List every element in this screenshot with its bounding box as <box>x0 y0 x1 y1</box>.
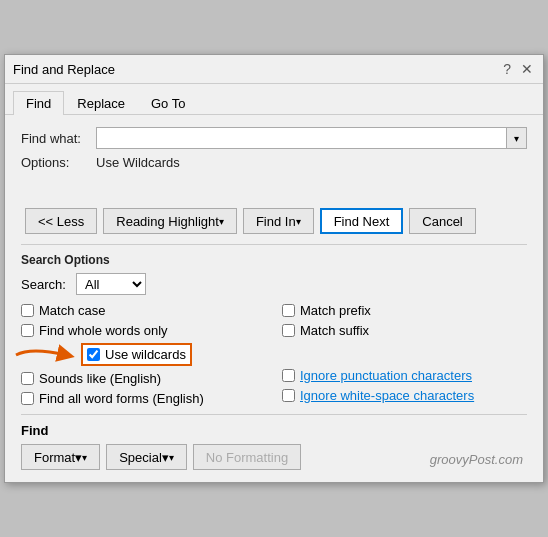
match-case-label: Match case <box>39 303 105 318</box>
dialog-title: Find and Replace <box>13 62 115 77</box>
match-case-item[interactable]: Match case <box>21 303 266 318</box>
cancel-button[interactable]: Cancel <box>409 208 475 234</box>
match-prefix-checkbox[interactable] <box>282 304 295 317</box>
tab-find[interactable]: Find <box>13 91 64 115</box>
ignore-punctuation-checkbox[interactable] <box>282 369 295 382</box>
checkboxes-container: Match case Find whole words only <box>21 303 527 406</box>
divider-1 <box>21 244 527 245</box>
match-prefix-item[interactable]: Match prefix <box>282 303 527 318</box>
tab-goto[interactable]: Go To <box>138 91 198 115</box>
use-wildcards-label: Use wildcards <box>105 347 186 362</box>
match-suffix-checkbox[interactable] <box>282 324 295 337</box>
match-prefix-label: Match prefix <box>300 303 371 318</box>
reading-highlight-button[interactable]: Reading Highlight <box>103 208 237 234</box>
close-button[interactable]: ✕ <box>519 61 535 77</box>
find-what-input-wrap: ▾ <box>96 127 527 149</box>
sounds-like-item[interactable]: Sounds like (English) <box>21 371 266 386</box>
find-what-dropdown[interactable]: ▾ <box>507 127 527 149</box>
find-in-button[interactable]: Find In <box>243 208 314 234</box>
match-case-checkbox[interactable] <box>21 304 34 317</box>
no-formatting-button[interactable]: No Formatting <box>193 444 301 470</box>
bottom-buttons: Format ▾ Special ▾ No Formatting <box>21 444 301 470</box>
find-all-word-forms-checkbox[interactable] <box>21 392 34 405</box>
bottom-section: Find Format ▾ Special ▾ No Formatting gr… <box>21 423 527 470</box>
tabs: Find Replace Go To <box>5 84 543 115</box>
search-label: Search: <box>21 277 76 292</box>
ignore-whitespace-item[interactable]: Ignore white-space characters <box>282 388 527 403</box>
find-whole-words-checkbox[interactable] <box>21 324 34 337</box>
find-what-row: Find what: ▾ <box>21 127 527 149</box>
ignore-punctuation-label: Ignore punctuation characters <box>300 368 472 383</box>
find-what-input[interactable] <box>96 127 507 149</box>
find-next-button[interactable]: Find Next <box>320 208 404 234</box>
ignore-whitespace-checkbox[interactable] <box>282 389 295 402</box>
checkboxes-left: Match case Find whole words only <box>21 303 266 406</box>
dialog-content: Find what: ▾ Options: Use Wildcards << L… <box>5 115 543 482</box>
action-buttons: << Less Reading Highlight Find In Find N… <box>21 208 527 234</box>
match-suffix-label: Match suffix <box>300 323 369 338</box>
sounds-like-label: Sounds like (English) <box>39 371 161 386</box>
checkboxes-right: Match prefix Match suffix Ignore punctua… <box>282 303 527 406</box>
watermark: groovyPost.com <box>430 452 527 467</box>
options-label: Options: <box>21 155 96 170</box>
match-suffix-item[interactable]: Match suffix <box>282 323 527 338</box>
use-wildcards-highlighted: Use wildcards <box>81 343 192 366</box>
empty-spacer <box>282 343 527 363</box>
title-bar-controls: ? ✕ <box>501 61 535 77</box>
spacer <box>21 178 527 208</box>
title-bar: Find and Replace ? ✕ <box>5 55 543 84</box>
find-replace-dialog: Find and Replace ? ✕ Find Replace Go To … <box>4 54 544 483</box>
options-value: Use Wildcards <box>96 155 180 170</box>
find-all-word-forms-item[interactable]: Find all word forms (English) <box>21 391 266 406</box>
sounds-like-checkbox[interactable] <box>21 372 34 385</box>
less-button[interactable]: << Less <box>25 208 97 234</box>
options-row: Options: Use Wildcards <box>21 155 527 170</box>
special-button[interactable]: Special ▾ <box>106 444 187 470</box>
bottom-find-label: Find <box>21 423 527 438</box>
search-options-header: Search Options <box>21 253 527 267</box>
ignore-whitespace-label: Ignore white-space characters <box>300 388 474 403</box>
search-select[interactable]: All Up Down <box>76 273 146 295</box>
find-whole-words-label: Find whole words only <box>39 323 168 338</box>
find-all-word-forms-label: Find all word forms (English) <box>39 391 204 406</box>
tab-replace[interactable]: Replace <box>64 91 138 115</box>
use-wildcards-checkbox[interactable] <box>87 348 100 361</box>
help-button[interactable]: ? <box>501 61 513 77</box>
use-wildcards-item[interactable]: Use wildcards <box>81 343 266 366</box>
find-whole-words-item[interactable]: Find whole words only <box>21 323 266 338</box>
ignore-punctuation-item[interactable]: Ignore punctuation characters <box>282 368 527 383</box>
arrow-indicator <box>11 343 76 367</box>
find-what-label: Find what: <box>21 131 96 146</box>
divider-2 <box>21 414 527 415</box>
format-button[interactable]: Format ▾ <box>21 444 100 470</box>
search-row: Search: All Up Down <box>21 273 527 295</box>
arrow-icon <box>11 343 76 367</box>
